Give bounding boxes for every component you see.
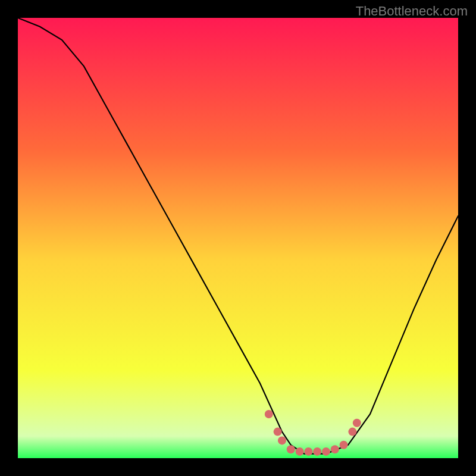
chart-frame: TheBottleneck.com [0, 0, 476, 476]
plot-background [18, 18, 458, 458]
watermark-label: TheBottleneck.com [356, 4, 468, 19]
valley-dot [296, 447, 304, 456]
valley-dot [353, 419, 361, 427]
valley-dot [348, 428, 356, 436]
valley-dot [278, 436, 286, 444]
valley-dot [340, 441, 348, 449]
chart-svg [0, 0, 476, 476]
valley-dot [331, 445, 339, 453]
valley-dot [304, 447, 312, 456]
valley-dot [287, 445, 295, 453]
valley-dot [322, 447, 330, 456]
valley-dot [265, 410, 273, 418]
valley-dot [313, 447, 321, 456]
valley-dot [274, 428, 282, 436]
